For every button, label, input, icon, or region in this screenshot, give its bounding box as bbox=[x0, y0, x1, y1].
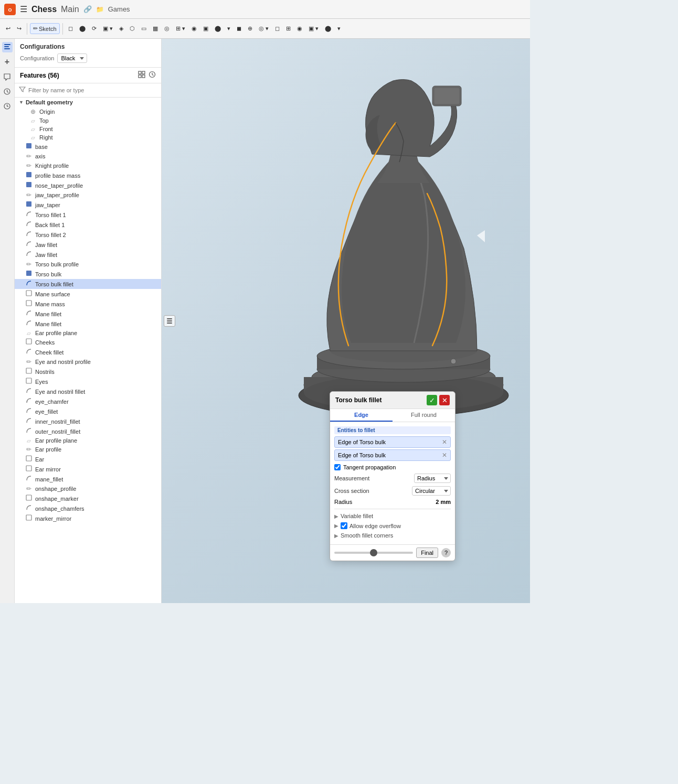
viewport-icon-list[interactable] bbox=[164, 315, 175, 327]
list-item[interactable]: Ear mirror bbox=[15, 464, 161, 474]
list-item[interactable]: Cheek fillet bbox=[15, 347, 161, 357]
left-strip-features[interactable] bbox=[2, 42, 13, 52]
list-item[interactable]: Mane fillet bbox=[15, 319, 161, 329]
sketch-icon: ✏ bbox=[25, 191, 33, 199]
tool-5[interactable]: ◈ bbox=[116, 24, 126, 34]
final-button[interactable]: Final bbox=[416, 547, 438, 558]
entity-2-remove[interactable]: ✕ bbox=[442, 452, 447, 459]
tool-3[interactable]: ⟳ bbox=[89, 24, 99, 34]
tool-16[interactable]: ⊕ bbox=[245, 24, 255, 34]
list-item[interactable]: Mane fillet bbox=[15, 309, 161, 319]
list-item[interactable]: Mane mass bbox=[15, 299, 161, 309]
list-item[interactable]: marker_mirror bbox=[15, 513, 161, 523]
tool-10[interactable]: ⊞ ▾ bbox=[173, 24, 188, 34]
feat-icon-grid[interactable] bbox=[138, 71, 145, 80]
app-tab[interactable]: Main bbox=[61, 5, 79, 14]
list-item[interactable]: ⊕ Origin bbox=[15, 107, 161, 116]
list-item[interactable]: ✏ Knight profile bbox=[15, 161, 161, 170]
list-item[interactable]: ▱ Front bbox=[15, 125, 161, 133]
tool-20[interactable]: ◉ bbox=[294, 24, 305, 34]
tool-13[interactable]: ⬤ bbox=[212, 24, 224, 34]
sketch-button[interactable]: ✏ Sketch bbox=[30, 23, 60, 34]
entity-1-remove[interactable]: ✕ bbox=[442, 438, 447, 446]
list-item[interactable]: nose_taper_profile bbox=[15, 180, 161, 190]
cross-section-select[interactable]: Circular Conic Curvature bbox=[412, 486, 451, 496]
list-item-active[interactable]: Torso bulk fillet bbox=[15, 279, 161, 289]
tool-1[interactable]: ◻ bbox=[66, 24, 76, 34]
list-item[interactable]: profile base mass bbox=[15, 170, 161, 180]
list-item[interactable]: eye_fillet bbox=[15, 406, 161, 416]
tool-11[interactable]: ◉ bbox=[189, 24, 199, 34]
tangent-propagation-checkbox[interactable] bbox=[334, 464, 341, 470]
list-item[interactable]: outer_nostril_fillet bbox=[15, 426, 161, 436]
viewport[interactable]: Torso bulk fillet ✓ ✕ Edge Full round En… bbox=[162, 39, 530, 603]
list-item[interactable]: Torso bulk bbox=[15, 269, 161, 279]
tool-23[interactable]: ▾ bbox=[335, 24, 343, 34]
tool-2[interactable]: ⬤ bbox=[77, 24, 88, 34]
filter-input[interactable] bbox=[28, 87, 157, 93]
list-item[interactable]: eye_chamfer bbox=[15, 396, 161, 406]
list-item[interactable]: Torso fillet 2 bbox=[15, 230, 161, 240]
list-item[interactable]: base bbox=[15, 142, 161, 152]
list-item[interactable]: ▱ Ear profile plane bbox=[15, 436, 161, 445]
list-item[interactable]: ▱ Ear profile plane bbox=[15, 329, 161, 337]
list-item[interactable]: onshape_marker bbox=[15, 493, 161, 503]
left-strip-clock[interactable] bbox=[2, 101, 13, 111]
redo-button[interactable]: ↪ bbox=[14, 24, 24, 34]
list-item[interactable]: ✏ Eye and nostril profile bbox=[15, 357, 161, 367]
tool-15[interactable]: ◼ bbox=[234, 24, 244, 34]
list-item[interactable]: Torso fillet 1 bbox=[15, 210, 161, 220]
list-item[interactable]: ✏ Ear profile bbox=[15, 445, 161, 454]
tool-12[interactable]: ▣ bbox=[200, 24, 211, 34]
tool-6[interactable]: ⬡ bbox=[127, 24, 137, 34]
list-item[interactable]: ▱ Right bbox=[15, 133, 161, 142]
list-item[interactable]: ✏ Torso bulk profile bbox=[15, 260, 161, 269]
list-item[interactable]: ✏ onshape_profile bbox=[15, 484, 161, 493]
tool-9[interactable]: ◎ bbox=[162, 24, 172, 34]
tool-22[interactable]: ⬤ bbox=[322, 24, 334, 34]
dialog-cancel-button[interactable]: ✕ bbox=[439, 395, 450, 405]
help-button[interactable]: ? bbox=[441, 548, 451, 557]
tool-17[interactable]: ◎ ▾ bbox=[256, 24, 271, 34]
dialog-confirm-button[interactable]: ✓ bbox=[427, 395, 437, 405]
list-item[interactable]: Cheeks bbox=[15, 337, 161, 347]
list-item[interactable]: onshape_chamfers bbox=[15, 503, 161, 513]
solid-icon bbox=[25, 514, 33, 522]
tool-14[interactable]: ▾ bbox=[225, 24, 233, 34]
list-item[interactable]: Mane surface bbox=[15, 289, 161, 299]
list-item[interactable]: Nostrils bbox=[15, 367, 161, 377]
undo-button[interactable]: ↩ bbox=[3, 24, 13, 34]
feat-icon-clock[interactable] bbox=[149, 71, 156, 80]
list-item[interactable]: Jaw fillet bbox=[15, 250, 161, 260]
breadcrumb-label[interactable]: Games bbox=[108, 5, 130, 13]
tab-edge[interactable]: Edge bbox=[330, 409, 393, 422]
list-item[interactable]: ✏ axis bbox=[15, 152, 161, 161]
tool-8[interactable]: ▦ bbox=[150, 24, 161, 34]
list-item[interactable]: ✏ jaw_taper_profile bbox=[15, 190, 161, 200]
config-select[interactable]: Black White bbox=[57, 53, 87, 63]
measurement-select[interactable]: Radius Diameter bbox=[414, 474, 451, 483]
tool-4[interactable]: ▣ ▾ bbox=[100, 24, 115, 34]
list-item[interactable]: mane_fillet bbox=[15, 474, 161, 484]
tool-19[interactable]: ⊞ bbox=[283, 24, 293, 34]
list-item[interactable]: Jaw fillet bbox=[15, 240, 161, 250]
tool-7[interactable]: ▭ bbox=[139, 24, 149, 34]
feat-group-default[interactable]: ▼ Default geometry bbox=[15, 98, 161, 107]
left-strip-history[interactable] bbox=[2, 86, 13, 96]
list-item[interactable]: ▱ Top bbox=[15, 116, 161, 125]
variable-fillet-row[interactable]: ▶ Variable fillet bbox=[334, 511, 451, 521]
tab-full-round[interactable]: Full round bbox=[393, 409, 455, 422]
list-item[interactable]: Back fillet 1 bbox=[15, 220, 161, 230]
fillet-slider[interactable] bbox=[334, 552, 413, 554]
list-item[interactable]: jaw_taper bbox=[15, 200, 161, 210]
tool-21[interactable]: ▣ ▾ bbox=[306, 24, 321, 34]
list-item[interactable]: Eye and nostril fillet bbox=[15, 386, 161, 396]
list-item[interactable]: Eyes bbox=[15, 377, 161, 386]
list-item[interactable]: Ear bbox=[15, 454, 161, 464]
edge-overflow-checkbox[interactable] bbox=[341, 522, 347, 529]
left-strip-add[interactable]: + bbox=[2, 57, 13, 67]
menu-icon[interactable]: ☰ bbox=[20, 4, 27, 14]
tool-18[interactable]: ◻ bbox=[272, 24, 282, 34]
list-item[interactable]: inner_nostril_fillet bbox=[15, 416, 161, 426]
left-strip-comment[interactable] bbox=[2, 71, 13, 82]
